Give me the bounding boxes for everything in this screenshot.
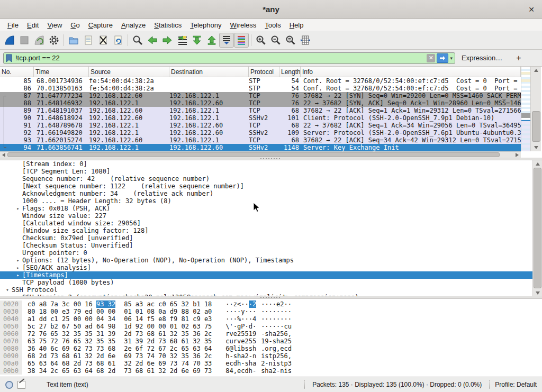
- packet-row[interactable]: 8971.648191037192.168.122.60192.168.122.…: [0, 107, 521, 114]
- expander-icon[interactable]: ▸: [14, 257, 22, 264]
- filter-dropdown-caret-icon[interactable]: ▾: [450, 56, 453, 61]
- menu-telephony[interactable]: Telephony: [186, 20, 225, 30]
- stop-capture-icon[interactable]: [17, 33, 32, 48]
- details-vscrollbar[interactable]: [532, 160, 542, 296]
- filter-apply-icon[interactable]: [437, 53, 448, 63]
- hex-row[interactable]: 00a065 63 64 68 2d 73 68 6132 2d 6e 69 7…: [0, 360, 542, 367]
- hex-row[interactable]: 008036 40 6c 69 62 73 73 682e 6f 72 67 2…: [0, 345, 542, 352]
- menu-go[interactable]: Go: [66, 20, 84, 30]
- scroll-down-icon[interactable]: [534, 146, 538, 149]
- hex-row[interactable]: 0040a1 dd c1 25 00 00 04 3406 14 f5 e8 f…: [0, 315, 542, 323]
- packet-list-vscrollbar[interactable]: [530, 67, 541, 151]
- hex-row[interactable]: 003080 18 00 e3 79 ed 00 0001 01 08 0a d…: [0, 308, 542, 315]
- hex-row[interactable]: 00b038 34 2c 65 63 64 68 2d73 68 61 32 2…: [0, 367, 542, 375]
- detail-line[interactable]: [Stream index: 0]: [0, 160, 542, 168]
- packet-list-vscroll-thumb[interactable]: [532, 111, 540, 142]
- filter-bookmark-icon[interactable]: [6, 54, 12, 62]
- menu-help[interactable]: Help: [285, 20, 308, 30]
- packet-row-selected[interactable]: 9471.663856741192.168.122.1192.168.122.6…: [0, 144, 521, 151]
- zoom-reset-icon[interactable]: [283, 33, 298, 48]
- packet-row[interactable]: 9371.662015274192.168.122.60192.168.122.…: [0, 136, 521, 144]
- menu-tools[interactable]: Tools: [260, 20, 285, 30]
- detail-line[interactable]: [Window size scaling factor: 128]: [0, 227, 542, 234]
- zoom-in-icon[interactable]: [254, 33, 268, 48]
- expander-icon[interactable]: ▸: [14, 205, 22, 212]
- go-last-icon[interactable]: [204, 33, 219, 48]
- scroll-down-icon[interactable]: [536, 291, 540, 295]
- column-header-length[interactable]: Length: [279, 67, 301, 77]
- detail-line[interactable]: Window size value: 227: [0, 212, 542, 220]
- detail-line[interactable]: Sequence number: 42 (relative sequence n…: [0, 175, 542, 183]
- expander-icon[interactable]: ▸: [14, 271, 22, 279]
- packet-row[interactable]: 8670.013850163fe:54:00:d4:38:2aSTP54Conf…: [0, 85, 521, 92]
- column-header-no[interactable]: No.: [0, 67, 34, 77]
- colorize-icon[interactable]: [234, 33, 249, 48]
- close-file-icon[interactable]: [96, 33, 111, 48]
- hex-row[interactable]: 007063 75 72 76 65 32 35 3531 39 2d 73 6…: [0, 338, 542, 345]
- detail-line[interactable]: [TCP Segment Len: 1080]: [0, 168, 542, 175]
- resize-columns-icon[interactable]: [298, 33, 313, 48]
- detail-line[interactable]: [Next sequence number: 1122 (relative se…: [0, 183, 542, 190]
- capture-options-icon[interactable]: [47, 33, 61, 48]
- hex-row[interactable]: 0020c0 a8 7a 3c 00 16 93 3285 a3 ac c0 6…: [0, 300, 542, 308]
- detail-line-options[interactable]: ▸Options: (12 bytes), No-Operation (NOP)…: [0, 257, 542, 264]
- go-first-icon[interactable]: [189, 33, 204, 48]
- detail-line[interactable]: Urgent pointer: 0: [0, 249, 542, 257]
- start-capture-icon[interactable]: [2, 33, 17, 48]
- detail-line-flags[interactable]: ▸Flags: 0x018 (PSH, ACK): [0, 205, 542, 212]
- expander-icon[interactable]: ▾: [3, 286, 12, 294]
- column-header-destination[interactable]: Destination: [169, 67, 249, 77]
- detail-line[interactable]: TCP payload (1080 bytes): [0, 279, 542, 286]
- column-header-source[interactable]: Source: [89, 67, 169, 77]
- expander-icon[interactable]: ▸: [14, 264, 22, 271]
- packet-row[interactable]: 9071.648618924192.168.122.60192.168.122.…: [0, 114, 521, 122]
- expert-info-icon[interactable]: [5, 381, 13, 389]
- menu-analyze[interactable]: Analyze: [117, 20, 150, 30]
- detail-line[interactable]: [Calculated window size: 29056]: [0, 220, 542, 227]
- scroll-up-icon[interactable]: [536, 162, 540, 166]
- zoom-out-icon[interactable]: [268, 33, 283, 48]
- display-filter-input[interactable]: [15, 54, 427, 62]
- detail-line[interactable]: Checksum: 0x79ed [unverified]: [0, 234, 542, 242]
- details-vscroll-thumb[interactable]: [534, 168, 541, 288]
- auto-scroll-icon[interactable]: [219, 33, 234, 48]
- detail-line-ssh-protocol[interactable]: ▾SSH Protocol: [0, 286, 542, 294]
- packet-list-hscrollbar[interactable]: [0, 151, 521, 158]
- scroll-right-icon[interactable]: [516, 153, 519, 157]
- column-header-info[interactable]: Info: [301, 67, 521, 77]
- packet-row[interactable]: 8568.001734936fe:54:00:d4:38:2aSTP54Conf…: [0, 77, 521, 85]
- hex-row[interactable]: 006072 76 65 32 35 35 31 392d 73 68 61 3…: [0, 330, 542, 338]
- go-forward-icon[interactable]: [160, 33, 175, 48]
- menu-file[interactable]: File: [3, 20, 23, 30]
- packet-row[interactable]: 9271.661949820192.168.122.1192.168.122.6…: [0, 129, 521, 136]
- menu-statistics[interactable]: Statistics: [150, 20, 186, 30]
- menu-view[interactable]: View: [43, 20, 66, 30]
- add-filter-button[interactable]: +: [512, 53, 525, 63]
- find-packet-icon[interactable]: [130, 33, 145, 48]
- column-header-protocol[interactable]: Protocol: [249, 67, 279, 77]
- open-file-icon[interactable]: [66, 33, 81, 48]
- packet-row[interactable]: 8771.647777234192.168.122.60192.168.122.…: [0, 92, 521, 99]
- packet-list-hscroll-thumb[interactable]: [7, 152, 500, 157]
- profile-label[interactable]: Profile: Default: [489, 380, 542, 389]
- reload-file-icon[interactable]: [111, 33, 125, 48]
- close-window-button[interactable]: ✕: [526, 4, 537, 15]
- detail-line-timestamps-selected[interactable]: ▸[Timestamps]: [0, 271, 542, 279]
- go-back-icon[interactable]: [145, 33, 160, 48]
- menu-capture[interactable]: Capture: [84, 20, 117, 30]
- save-file-icon[interactable]: [81, 33, 96, 48]
- go-to-packet-icon[interactable]: [175, 33, 189, 48]
- hex-row[interactable]: 009068 2d 73 68 61 32 2d 6e69 73 74 70 3…: [0, 352, 542, 360]
- restart-capture-icon[interactable]: [32, 33, 47, 48]
- scroll-left-icon[interactable]: [2, 153, 5, 157]
- packet-map[interactable]: [521, 67, 530, 151]
- expression-button[interactable]: Expression…: [462, 54, 502, 62]
- hex-row[interactable]: 00505c 27 b2 67 50 ad 64 981d 92 00 00 0…: [0, 323, 542, 330]
- detail-line-seq-ack[interactable]: ▸[SEQ/ACK analysis]: [0, 264, 542, 271]
- detail-line[interactable]: Acknowledgment number: 34 (relative ack …: [0, 190, 542, 197]
- detail-line[interactable]: 1000 .... = Header Length: 32 bytes (8): [0, 197, 542, 205]
- column-header-time[interactable]: Time: [34, 67, 89, 77]
- detail-line[interactable]: [Checksum Status: Unverified]: [0, 242, 542, 249]
- filter-clear-icon[interactable]: ✕: [427, 54, 435, 62]
- scroll-up-icon[interactable]: [534, 69, 538, 72]
